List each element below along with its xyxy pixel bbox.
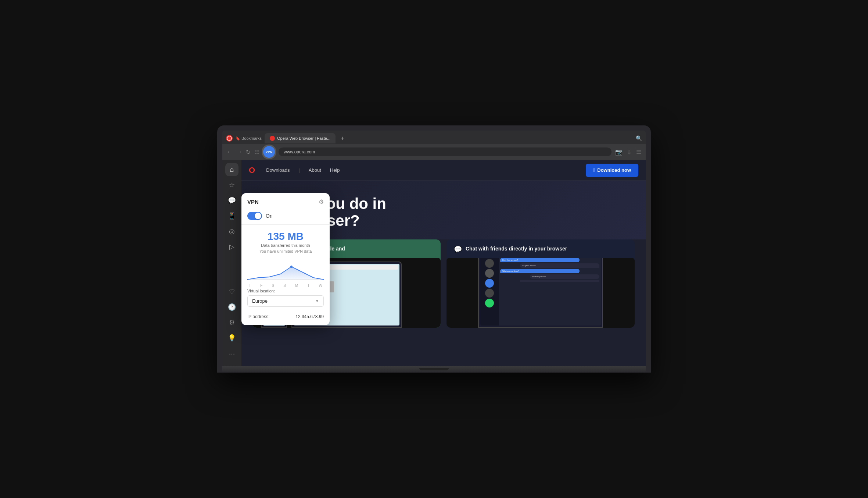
menu-icon[interactable]: ☰ — [636, 149, 641, 156]
vpn-ip-label: IP address: — [247, 314, 269, 319]
card-screen-chat: Hey! How are you? I'm great thanks! What… — [446, 258, 635, 328]
refresh-button[interactable]: ↻ — [246, 149, 251, 156]
vpn-popup: VPN ⚙ On 135 MB Data transferred this mo… — [241, 193, 330, 325]
vpn-location-select[interactable]: Europe ▼ — [247, 295, 324, 307]
back-button[interactable]: ← — [227, 149, 233, 155]
vpn-data-sublabel: You have unlimited VPN data — [247, 249, 324, 253]
chart-day-s2: S — [283, 284, 286, 288]
address-bar-icons: 📷 ⇩ ☰ — [615, 149, 641, 156]
nav-separator: | — [298, 167, 300, 173]
chart-day-t1: T — [249, 284, 251, 288]
url-bar[interactable]: www.opera.com — [279, 147, 611, 156]
forward-button[interactable]: → — [236, 149, 242, 155]
vpn-location-value: Europe — [252, 298, 268, 304]
vpn-data-label: Data transferred this month — [247, 243, 324, 248]
laptop-base — [222, 366, 646, 373]
website-nav: O Downloads | About Help  Download now — [241, 160, 646, 181]
vpn-popup-header: VPN ⚙ — [241, 193, 330, 209]
vpn-button[interactable]: VPN — [263, 146, 275, 158]
address-bar: ← → ↻ ☷ VPN www.opera.com 📷 ⇩ ☰ — [222, 144, 646, 160]
laptop-notch — [419, 368, 449, 370]
laptop-outer: Bookmarks Opera Web Browser | Faste... +… — [217, 125, 651, 373]
vpn-ip-section: IP address: 12.345.678.99 — [241, 310, 330, 325]
sidebar-bottom: ♡ 🕐 ⚙ 💡 ··· — [225, 285, 238, 363]
active-tab[interactable]: Opera Web Browser | Faste... — [265, 133, 336, 143]
nav-links: Downloads | About Help — [266, 167, 586, 173]
vpn-toggle[interactable] — [247, 212, 262, 220]
vpn-location-label: Virtual location: — [247, 289, 324, 293]
opera-nav-logo: O — [249, 166, 255, 175]
tab-bar: Bookmarks Opera Web Browser | Faste... +… — [222, 131, 646, 144]
new-tab-button[interactable]: + — [338, 134, 347, 142]
tab-title: Opera Web Browser | Faste... — [277, 136, 330, 140]
laptop-screen: Bookmarks Opera Web Browser | Faste... +… — [222, 131, 646, 366]
camera-icon[interactable]: 📷 — [615, 149, 623, 156]
vpn-chart: T F S S M T W — [241, 256, 330, 286]
vpn-toggle-label: On — [266, 213, 273, 219]
nav-link-about[interactable]: About — [309, 167, 321, 173]
vpn-ip-value: 12.345.678.99 — [295, 314, 324, 319]
apple-icon:  — [593, 167, 595, 173]
feature-card-chat: 💬 Chat with friends directly in your bro… — [446, 239, 635, 328]
sidebar-item-settings[interactable]: ⚙ — [225, 316, 238, 329]
tab-favicon-icon — [270, 136, 275, 141]
search-icon[interactable]: 🔍 — [636, 135, 642, 141]
sidebar: ⌂ ☆ 💬 📱 ◎ ▷ ♡ 🕐 ⚙ 💡 ··· — [222, 160, 241, 366]
sidebar-item-bookmarks[interactable]: ☆ — [225, 178, 238, 192]
chart-day-t2: T — [307, 284, 309, 288]
vpn-location: Virtual location: Europe ▼ — [241, 286, 330, 310]
sidebar-item-more[interactable]: ··· — [225, 347, 238, 360]
bookmarks-label: Bookmarks — [236, 136, 262, 140]
sidebar-item-history[interactable]: 🕐 — [225, 300, 238, 314]
sidebar-item-messenger[interactable]: 💬 — [225, 194, 238, 207]
browser-body: ⌂ ☆ 💬 📱 ◎ ▷ ♡ 🕐 ⚙ 💡 ··· O — [222, 160, 646, 366]
chart-day-w: W — [319, 284, 322, 288]
chart-day-labels: T F S S M T W — [247, 284, 324, 288]
sidebar-item-whatsapp[interactable]: 📱 — [225, 209, 238, 223]
vpn-settings-icon[interactable]: ⚙ — [319, 198, 324, 205]
opera-logo-icon[interactable] — [226, 135, 233, 142]
vpn-data-amount: 135 MB — [247, 231, 324, 242]
sidebar-item-hints[interactable]: 💡 — [225, 331, 238, 345]
card-title-chat: Chat with friends directly in your brows… — [466, 245, 567, 252]
vpn-data-section: 135 MB Data transferred this month You h… — [241, 225, 330, 256]
sidebar-item-feed[interactable]: ▷ — [225, 240, 238, 253]
svg-point-1 — [290, 266, 293, 268]
chart-day-s1: S — [272, 284, 274, 288]
sidebar-item-compass[interactable]: ◎ — [225, 225, 238, 238]
vpn-popup-title: VPN — [247, 199, 259, 205]
chevron-down-icon: ▼ — [315, 299, 319, 303]
sidebar-item-home[interactable]: ⌂ — [225, 163, 238, 176]
nav-link-downloads[interactable]: Downloads — [266, 167, 290, 173]
browser-chrome: Bookmarks Opera Web Browser | Faste... +… — [222, 131, 646, 160]
chart-day-f: F — [260, 284, 262, 288]
download-now-button[interactable]:  Download now — [586, 164, 638, 177]
grid-button[interactable]: ☷ — [254, 149, 259, 156]
url-text: www.opera.com — [284, 149, 315, 154]
card-header-chat: 💬 Chat with friends directly in your bro… — [446, 239, 635, 258]
vpn-toggle-row: On — [241, 209, 330, 225]
sidebar-item-favorites[interactable]: ♡ — [225, 285, 238, 298]
card-icon-chat: 💬 — [454, 245, 462, 253]
download-icon[interactable]: ⇩ — [627, 149, 632, 156]
vpn-chart-svg — [247, 259, 324, 281]
chart-day-m: M — [295, 284, 298, 288]
nav-link-help[interactable]: Help — [330, 167, 340, 173]
download-btn-label: Download now — [597, 167, 631, 173]
